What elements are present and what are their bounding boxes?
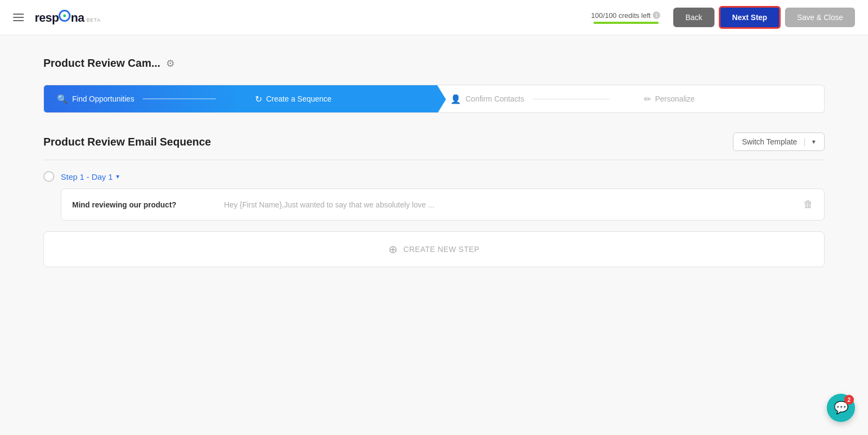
sequence-title: Product Review Email Sequence: [43, 136, 211, 148]
email-subject: Mind reviewing our product?: [72, 200, 213, 209]
logo: respna BETA: [35, 10, 101, 25]
contacts-icon: 👤: [450, 94, 461, 104]
step-radio[interactable]: [43, 171, 54, 182]
create-new-step-button[interactable]: ⊕ CREATE NEW STEP: [43, 231, 825, 267]
header: respna BETA 100/100 credits left i Back …: [0, 0, 868, 35]
step-confirm-contacts[interactable]: 👤 Confirm Contacts: [437, 85, 631, 112]
campaign-title: Product Review Cam...: [43, 57, 161, 70]
back-button[interactable]: Back: [673, 8, 714, 27]
step-create-sequence[interactable]: ↻ Create a Sequence: [238, 85, 438, 112]
header-actions: Back Next Step Save & Close: [673, 6, 855, 29]
sequence-icon: ↻: [255, 94, 262, 104]
sequence-header: Product Review Email Sequence Switch Tem…: [43, 133, 825, 151]
credits-section: 100/100 credits left i: [591, 11, 661, 24]
chevron-down-icon: ▾: [116, 173, 119, 180]
chevron-down-icon: ▾: [812, 138, 815, 146]
step-label[interactable]: Step 1 - Day 1 ▾: [61, 172, 119, 181]
menu-icon[interactable]: [13, 14, 24, 21]
step-personalize[interactable]: ✏ Personalize: [631, 85, 825, 112]
campaign-title-row: Product Review Cam... ⚙: [43, 57, 825, 70]
email-preview: Hey {First Name},Just wanted to say that…: [224, 200, 797, 209]
chat-badge: 2: [844, 395, 854, 405]
step-find-opportunities[interactable]: 🔍 Find Opportunities: [44, 85, 238, 112]
delete-icon[interactable]: 🗑: [803, 199, 813, 210]
personalize-icon: ✏: [644, 94, 651, 104]
credits-bar: [593, 22, 659, 24]
save-close-button[interactable]: Save & Close: [785, 8, 855, 27]
switch-template-button[interactable]: Switch Template | ▾: [733, 133, 825, 151]
logo-text: respna: [35, 10, 84, 25]
email-card[interactable]: Mind reviewing our product? Hey {First N…: [61, 188, 825, 220]
logo-beta: BETA: [86, 17, 101, 23]
search-icon: 🔍: [57, 94, 68, 104]
switch-template-divider: |: [803, 137, 806, 146]
add-circle-icon: ⊕: [388, 243, 398, 256]
main-content: Product Review Cam... ⚙ 🔍 Find Opportuni…: [0, 35, 868, 435]
steps-bar: 🔍 Find Opportunities ↻ Create a Sequence…: [43, 85, 825, 113]
chat-bubble[interactable]: 💬 2: [827, 394, 855, 422]
step-row: Step 1 - Day 1 ▾: [43, 171, 825, 182]
credits-info-icon[interactable]: i: [653, 11, 660, 19]
credits-bar-fill: [593, 22, 659, 24]
gear-icon[interactable]: ⚙: [166, 58, 175, 70]
credits-text: 100/100 credits left i: [591, 11, 661, 20]
next-step-button[interactable]: Next Step: [719, 6, 781, 29]
